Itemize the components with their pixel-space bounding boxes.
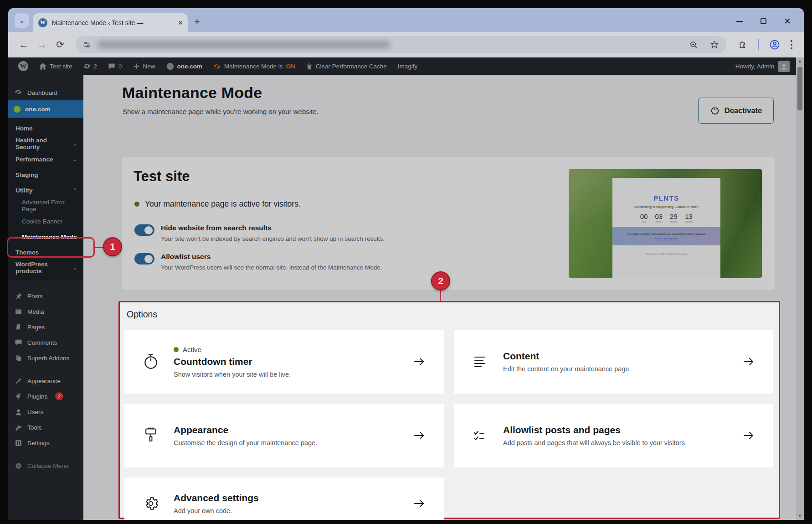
sidebar-item-users[interactable]: Users — [8, 404, 83, 420]
stopwatch-icon — [143, 353, 159, 370]
forward-icon[interactable]: → — [33, 39, 51, 50]
tab-search-button[interactable]: ⌄ — [15, 13, 29, 28]
addons-icon — [14, 354, 23, 362]
admin-avatar[interactable] — [778, 61, 790, 72]
preview-countdown: 00Days 03Hours 29Minutes 13Seconds — [612, 213, 720, 223]
content-card[interactable]: Content Edit the content on your mainten… — [454, 330, 773, 394]
arrow-right-icon — [742, 356, 755, 367]
admin-bar-maintenance-status[interactable]: Maintenance Mode is ON — [210, 62, 299, 70]
window-controls: ✕ — [736, 17, 804, 32]
browser-tab[interactable]: W Maintenance Mode ‹ Test site — ✕ — [33, 13, 188, 32]
sidebar-item-settings[interactable]: Settings — [8, 435, 83, 451]
wp-logo-menu[interactable]: W — [15, 61, 32, 71]
tab-close-icon[interactable]: ✕ — [178, 19, 183, 26]
sidebar-item-advanced-error-page[interactable]: Advanced Error Page — [8, 198, 83, 213]
paint-roller-icon — [143, 427, 159, 444]
sidebar-item-cookie-banner[interactable]: Cookie Banner — [8, 213, 83, 229]
sidebar-item-pages[interactable]: Pages — [8, 319, 83, 335]
sidebar-item-onecom[interactable]: one.com — [8, 100, 83, 118]
page-subtitle: Show a maintenance page while you're wor… — [123, 108, 319, 115]
deactivate-button[interactable]: Deactivate — [698, 98, 774, 124]
wp-admin-bar: W Test site 2 0 New one.com Maintenance … — [8, 57, 796, 75]
comment-bubble-icon — [14, 339, 23, 346]
site-settings-icon[interactable] — [83, 41, 91, 49]
new-tab-button[interactable]: + — [194, 16, 200, 26]
maximize-icon[interactable] — [761, 18, 766, 24]
admin-bar-comments[interactable]: 0 — [104, 63, 126, 70]
wordpress-favicon-icon: W — [38, 18, 47, 27]
sidebar-item-wordpress-products[interactable]: WordPress products⌄ — [8, 260, 83, 275]
sidebar-item-tools[interactable]: Tools — [8, 420, 83, 435]
sidebar-item-plugins[interactable]: Plugins 2 — [8, 389, 83, 404]
arrow-right-icon — [413, 498, 426, 509]
sidebar-item-staging[interactable]: Staging — [8, 167, 83, 182]
countdown-timer-card[interactable]: Active Countdown timer Show visitors whe… — [124, 330, 444, 394]
admin-bar-new[interactable]: New — [129, 63, 159, 70]
sidebar-item-superb-addons[interactable]: Superb Addons — [8, 350, 83, 366]
sidebar-item-media[interactable]: Media — [8, 304, 83, 319]
admin-bar-clear-cache[interactable]: Clear Performance Cache — [303, 62, 391, 70]
chevron-down-icon: ⌄ — [73, 156, 77, 162]
active-status-dot-icon — [174, 347, 179, 352]
maintenance-page-preview: PLNTS Something is happening. Check in l… — [569, 169, 762, 278]
preview-card: PLNTS Something is happening. Check in l… — [612, 178, 720, 278]
admin-bar-onecom[interactable]: one.com — [163, 62, 206, 70]
sidebar-item-utility[interactable]: Utility⌃ — [8, 182, 83, 198]
hide-website-toggle[interactable] — [134, 224, 154, 236]
annotation-step-2-badge: 2 — [431, 271, 450, 291]
page-scrollbar[interactable]: ▲ ▼ — [796, 57, 804, 520]
sidebar-item-dashboard[interactable]: Dashboard — [8, 85, 83, 100]
wp-admin-page: Dashboard one.com Home Health and Securi… — [8, 75, 804, 520]
arrow-right-icon — [742, 430, 755, 441]
settings-sliders-icon — [14, 439, 23, 447]
chevron-down-icon: ⌄ — [73, 265, 77, 271]
extensions-puzzle-icon[interactable] — [738, 40, 748, 50]
chevron-down-icon: ⌄ — [73, 141, 77, 147]
allowlist-posts-pages-card[interactable]: Allowlist posts and pages Add posts and … — [454, 404, 773, 467]
sidebar-item-posts[interactable]: Posts — [8, 288, 83, 304]
appearance-card[interactable]: Appearance Customise the design of your … — [124, 404, 444, 467]
address-bar[interactable] — [76, 36, 726, 53]
back-icon[interactable]: ← — [15, 39, 33, 50]
close-icon[interactable]: ✕ — [784, 17, 791, 26]
options-section: Options Active Countdown timer Show visi… — [118, 301, 780, 519]
sidebar-item-health-security[interactable]: Health and Security⌄ — [8, 136, 83, 151]
scrollbar-thumb[interactable] — [797, 67, 802, 110]
sidebar-item-collapse-menu[interactable]: Collapse Menu — [8, 458, 83, 473]
admin-bar-updates[interactable]: 2 — [80, 62, 101, 70]
admin-bar-imagify[interactable]: Imagify — [394, 63, 421, 70]
sidebar-item-appearance[interactable]: Appearance — [8, 373, 83, 389]
media-icon — [14, 308, 23, 316]
admin-bar-site[interactable]: Test site — [36, 63, 76, 70]
sidebar-item-home[interactable]: Home — [8, 120, 83, 136]
toggle-row-hide-website: Hide website from search results Your si… — [134, 224, 385, 242]
allowlist-users-toggle[interactable] — [134, 253, 154, 265]
minimize-icon[interactable] — [736, 21, 743, 22]
text-lines-icon — [472, 355, 488, 368]
power-icon — [710, 106, 720, 116]
pages-icon — [14, 323, 23, 331]
page-title: Maintenance Mode — [122, 84, 262, 102]
scroll-up-icon[interactable]: ▲ — [798, 57, 802, 65]
annotation-step-1-badge: 1 — [103, 237, 122, 256]
zoom-out-icon[interactable] — [689, 41, 698, 49]
arrow-right-icon — [413, 356, 426, 367]
preview-notice-band: To enable newsletter subscriptions user … — [612, 227, 720, 245]
active-status-dot-icon — [134, 202, 139, 207]
profile-avatar-icon[interactable] — [769, 39, 780, 50]
howdy-label[interactable]: Howdy, Admin — [735, 63, 774, 70]
wrench-icon — [14, 424, 23, 431]
wordpress-logo-icon: W — [18, 61, 28, 71]
scroll-down-icon[interactable]: ▼ — [798, 512, 802, 520]
menu-dots-icon[interactable] — [790, 40, 793, 50]
reload-icon[interactable]: ⟳ — [51, 39, 69, 50]
plugins-count-badge: 2 — [55, 392, 63, 400]
gear-icon — [143, 496, 159, 511]
dashboard-gauge-icon — [14, 88, 23, 97]
advanced-settings-card[interactable]: Advanced settings Add your own code. — [124, 477, 444, 520]
pushpin-icon — [14, 292, 23, 300]
bookmark-star-icon[interactable] — [710, 40, 719, 49]
sidebar-item-performance[interactable]: Performance⌄ — [8, 151, 83, 167]
sidebar-item-comments[interactable]: Comments — [8, 335, 83, 350]
paintbrush-icon — [14, 377, 23, 385]
